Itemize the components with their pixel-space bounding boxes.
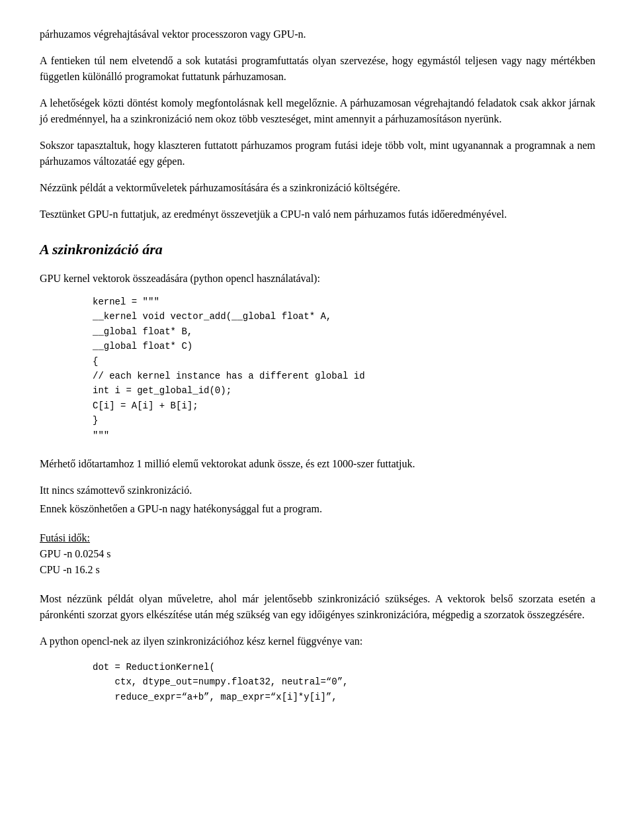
paragraph-5: Nézzünk példát a vektorműveletek párhuza… [40,180,595,196]
paragraph-8: Mérhető időtartamhoz 1 millió elemű vekt… [40,456,595,472]
paragraph-12: A python opencl-nek az ilyen szinkronizá… [40,633,595,649]
futasi-label-text: Futási idők: [40,532,90,543]
paragraph-10: Ennek köszönhetően a GPU-n nagy hatékony… [40,501,595,517]
code-kernel-text: kernel = """ __kernel void vector_add(__… [93,297,365,441]
paragraph-4: Sokszor tapasztaltuk, hogy klaszteren fu… [40,138,595,169]
cpu-time: CPU -n 16.2 s [40,562,595,578]
code-dot-text: dot = ReductionKernel( ctx, dtype_out=nu… [93,662,348,702]
code-block-dot: dot = ReductionKernel( ctx, dtype_out=nu… [93,660,595,704]
paragraph-1: párhuzamos végrehajtásával vektor proces… [40,26,595,42]
section-heading: A szinkronizáció ára [40,238,595,260]
futasi-idok-section: Futási idők: GPU -n 0.0254 s CPU -n 16.2… [40,530,595,578]
paragraph-2: A fentieken túl nem elvetendő a sok kuta… [40,53,595,85]
paragraph-6: Tesztünket GPU-n futtatjuk, az eredményt… [40,207,595,222]
paragraph-11: Most nézzünk példát olyan műveletre, aho… [40,591,595,623]
paragraph-9: Itt nincs számottevő szinkronizáció. [40,483,595,498]
paragraph-3: A lehetőségek közti döntést komoly megfo… [40,95,595,127]
paragraph-7: GPU kernel vektorok összeadására (python… [40,271,595,287]
futasi-label: Futási idők: [40,530,595,546]
page-content: párhuzamos végrehajtásával vektor proces… [40,26,595,704]
code-block-kernel: kernel = """ __kernel void vector_add(__… [93,295,595,443]
gpu-time: GPU -n 0.0254 s [40,546,595,562]
